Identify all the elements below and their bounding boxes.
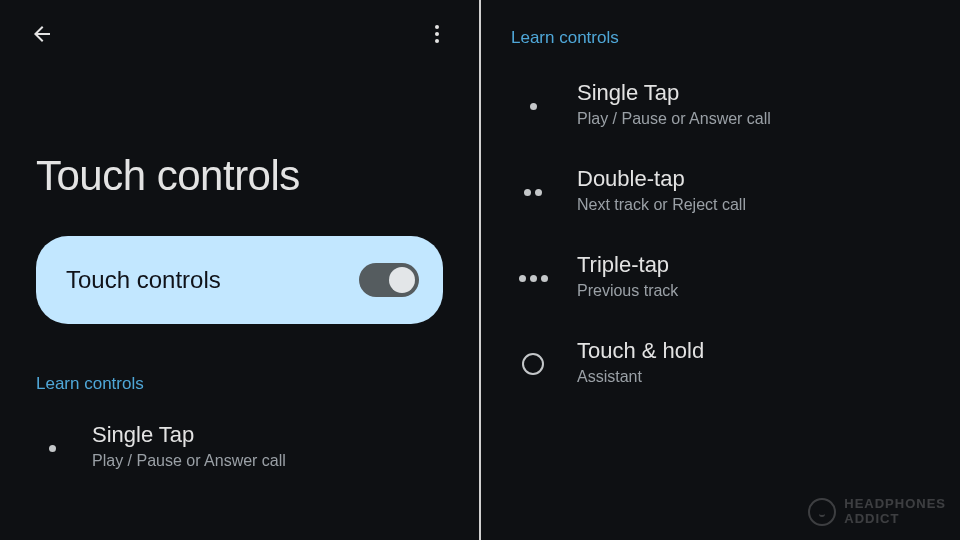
gesture-row-double-tap[interactable]: Double-tap Next track or Reject call [481, 150, 960, 236]
page-title: Touch controls [0, 62, 479, 200]
single-dot-icon [511, 84, 555, 128]
touch-controls-switch[interactable] [359, 263, 419, 297]
svg-point-1 [435, 32, 439, 36]
svg-point-0 [435, 25, 439, 29]
gesture-title: Touch & hold [577, 338, 704, 364]
ring-icon [511, 342, 555, 386]
section-header-learn-controls: Learn controls [0, 324, 479, 410]
gesture-row-single-tap[interactable]: Single Tap Play / Pause or Answer call [0, 410, 479, 486]
gesture-row-triple-tap[interactable]: Triple-tap Previous track [481, 236, 960, 322]
touch-controls-toggle-card[interactable]: Touch controls [36, 236, 443, 324]
gesture-row-touch-hold[interactable]: Touch & hold Assistant [481, 322, 960, 408]
more-vert-icon [425, 22, 449, 50]
watermark-line2: ADDICT [844, 512, 946, 526]
overflow-menu-button[interactable] [419, 18, 455, 54]
gesture-subtitle: Assistant [577, 368, 704, 386]
screen-touch-controls-list: Learn controls Single Tap Play / Pause o… [481, 0, 960, 540]
gesture-title: Triple-tap [577, 252, 678, 278]
svg-point-2 [435, 39, 439, 43]
section-header-learn-controls: Learn controls [481, 0, 960, 64]
gesture-row-single-tap[interactable]: Single Tap Play / Pause or Answer call [481, 64, 960, 150]
single-dot-icon [30, 426, 74, 470]
app-bar [0, 0, 479, 62]
arrow-back-icon [30, 22, 54, 50]
toggle-label: Touch controls [66, 266, 221, 294]
triple-dot-icon [511, 256, 555, 300]
gesture-subtitle: Previous track [577, 282, 678, 300]
gesture-subtitle: Play / Pause or Answer call [577, 110, 771, 128]
gesture-subtitle: Next track or Reject call [577, 196, 746, 214]
switch-thumb-icon [389, 267, 415, 293]
headphones-addict-logo-icon [808, 498, 836, 526]
gesture-title: Double-tap [577, 166, 746, 192]
gesture-title: Single Tap [577, 80, 771, 106]
back-button[interactable] [24, 18, 60, 54]
watermark-line1: HEADPHONES [844, 497, 946, 511]
screen-touch-controls-top: Touch controls Touch controls Learn cont… [0, 0, 479, 540]
gesture-subtitle: Play / Pause or Answer call [92, 452, 286, 470]
watermark: HEADPHONES ADDICT [808, 497, 946, 526]
gesture-title: Single Tap [92, 422, 286, 448]
double-dot-icon [511, 170, 555, 214]
